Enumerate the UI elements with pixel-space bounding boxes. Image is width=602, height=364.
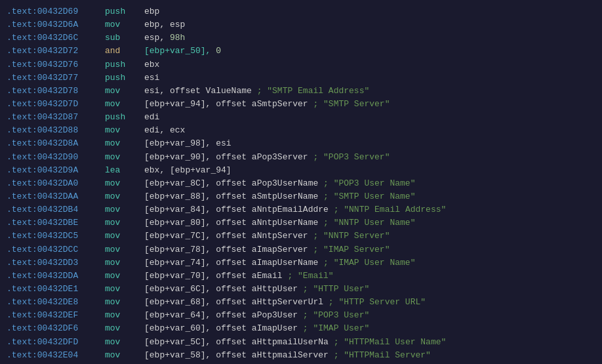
address-cell: .text:00432D78 — [7, 85, 92, 98]
address-cell: .text:00432D6A — [7, 18, 92, 31]
operands-cell: ebp — [144, 5, 595, 18]
mnemonic-cell: mov — [92, 230, 144, 243]
table-row: .text:00432D72and[ebp+var_50], 0 — [0, 45, 602, 58]
mnemonic-cell: mov — [92, 190, 144, 203]
table-row: .text:00432D7Dmov[ebp+var_94], offset aS… — [0, 98, 602, 111]
address-cell: .text:00432DAA — [7, 190, 92, 203]
operand-comment: ; "IMAP Server" — [308, 245, 390, 254]
address-cell: .text:00432DD3 — [7, 256, 92, 270]
address-cell: .text:00432DB4 — [7, 203, 92, 216]
mnemonic-cell: mov — [92, 203, 144, 216]
address-cell: .text:00432DE1 — [7, 283, 92, 296]
address-cell: .text:00432D6C — [7, 31, 92, 45]
operand-register: edi — [144, 112, 159, 122]
table-row: .text:00432DB4mov[ebp+var_84], offset aN… — [0, 203, 602, 216]
operands-cell: [ebp+var_88], offset aSmtpUserName ; "SM… — [144, 190, 595, 203]
address-cell: .text:00432DA0 — [7, 177, 92, 190]
table-row: .text:00432DCCmov[ebp+var_78], offset aI… — [0, 243, 602, 256]
operand-comment: ; "POP3 User" — [298, 310, 369, 320]
operand-register: ebp, esp — [144, 20, 185, 30]
operand-register: ebp — [144, 7, 159, 16]
mnemonic-cell: mov — [92, 137, 144, 150]
address-cell: .text:00432D90 — [7, 151, 92, 164]
mnemonic-cell: mov — [92, 349, 144, 362]
operands-cell: edi, ecx — [144, 124, 595, 137]
operand-comment: ; "SMTP User Name" — [318, 192, 415, 201]
address-cell: .text:00432D9A — [7, 164, 92, 177]
table-row: .text:00432D69pushebp — [0, 5, 602, 18]
mnemonic-cell: mov — [92, 270, 144, 283]
operands-cell: [ebp+var_80], offset aNntpUserName ; "NN… — [144, 216, 595, 230]
table-row: .text:00432D6Csubesp, 98h — [0, 31, 602, 45]
operand-register: ebx — [144, 60, 159, 70]
operands-cell: [ebp+var_7C], offset aNntpServer ; "NNTP… — [144, 230, 595, 243]
table-row: .text:00432D90mov[ebp+var_90], offset aP… — [0, 151, 602, 164]
operand-register: edi, ecx — [144, 125, 185, 135]
address-cell: .text:00432DF6 — [7, 322, 92, 335]
address-cell: .text:00432DE8 — [7, 296, 92, 309]
operands-cell: [ebp+var_64], offset aPop3User ; "POP3 U… — [144, 309, 595, 322]
address-cell: .text:00432DC5 — [7, 230, 92, 243]
operands-cell: ebp, esp — [144, 18, 595, 31]
operand-register: [ebp+var_80], offset aNntpUserName — [144, 218, 318, 228]
operands-cell: ebx, [ebp+var_94] — [144, 164, 595, 177]
operand-register: [ebp+var_74], offset aImapUserName — [144, 258, 318, 268]
operand-register: [ebp+var_94], offset aSmtpServer — [144, 99, 308, 109]
table-row: .text:00432DE1mov[ebp+var_6C], offset aH… — [0, 283, 602, 296]
address-cell: .text:00432D7D — [7, 98, 92, 111]
table-row: .text:00432DDAmov[ebp+var_70], offset aE… — [0, 270, 602, 283]
operand-register: [ebp+var_64], offset aPop3User — [144, 310, 298, 320]
operand-register: esi — [144, 73, 159, 83]
mnemonic-cell: mov — [92, 243, 144, 256]
operand-register: [ebp+var_5C], offset aHttpmailUserNa — [144, 337, 329, 347]
operands-cell: [ebp+var_74], offset aImapUserName ; "IM… — [144, 256, 595, 270]
operand-comment: ; "POP3 Server" — [308, 152, 390, 162]
operands-cell: [ebp+var_58], offset aHttpmailServer ; "… — [144, 349, 595, 362]
mnemonic-cell: mov — [92, 283, 144, 296]
mnemonic-cell: mov — [92, 18, 144, 31]
address-cell: .text:00432D87 — [7, 111, 92, 124]
operand-register: ebx, [ebp+var_94] — [144, 165, 231, 175]
address-cell: .text:00432D76 — [7, 58, 92, 71]
operand-comment: ; "SMTP Server" — [308, 99, 390, 109]
operands-cell: [ebp+var_90], offset aPop3Server ; "POP3… — [144, 151, 595, 164]
mnemonic-cell: push — [92, 71, 144, 85]
operand-comment: ; "HTTP User" — [298, 284, 369, 294]
table-row: .text:00432DE8mov[ebp+var_68], offset aH… — [0, 296, 602, 309]
mnemonic-cell: mov — [92, 296, 144, 309]
operands-cell: [ebp+var_94], offset aSmtpServer ; "SMTP… — [144, 98, 595, 111]
table-row: .text:00432D76pushebx — [0, 58, 602, 71]
table-row: .text:00432D77pushesi — [0, 71, 602, 85]
mnemonic-cell: mov — [92, 216, 144, 230]
operand-register: [ebp+var_8C], offset aPop3UserName — [144, 178, 318, 188]
address-cell: .text:00432D88 — [7, 124, 92, 137]
operand-register: [ebp+var_88], offset aSmtpUserName — [144, 192, 318, 201]
table-row: .text:00432E04mov[ebp+var_58], offset aH… — [0, 349, 602, 362]
operands-cell: [ebp+var_6C], offset aHttpUser ; "HTTP U… — [144, 283, 595, 296]
operand-comment: ; "HTTP Server URL" — [323, 297, 426, 307]
address-cell: .text:00432D8A — [7, 137, 92, 150]
address-cell: .text:00432DDA — [7, 270, 92, 283]
table-row: .text:00432D78movesi, offset ValueName ;… — [0, 85, 602, 98]
operand-comment: ; "NNTP Email Address" — [329, 205, 446, 214]
table-row: .text:00432D6Amovebp, esp — [0, 18, 602, 31]
operand-register: [ebp+var_78], offset aImapServer — [144, 245, 308, 254]
mnemonic-cell: push — [92, 111, 144, 124]
table-row: .text:00432D9Aleaebx, [ebp+var_94] — [0, 164, 602, 177]
mnemonic-cell: mov — [92, 309, 144, 322]
table-row: .text:00432DAAmov[ebp+var_88], offset aS… — [0, 190, 602, 203]
address-cell: .text:00432DCC — [7, 243, 92, 256]
address-cell: .text:00432D72 — [7, 45, 92, 58]
mnemonic-cell: mov — [92, 151, 144, 164]
address-cell: .text:00432DFD — [7, 336, 92, 349]
operands-cell: esi, offset ValueName ; "SMTP Email Addr… — [144, 85, 595, 98]
operand-register: esi, offset ValueName — [144, 86, 252, 96]
operands-cell: [ebp+var_78], offset aImapServer ; "IMAP… — [144, 243, 595, 256]
table-row: .text:00432D87pushedi — [0, 111, 602, 124]
table-row: .text:00432DBEmov[ebp+var_80], offset aN… — [0, 216, 602, 230]
operand-register: [ebp+var_98], esi — [144, 138, 231, 148]
operand-comment: ; "NNTP Server" — [308, 231, 390, 241]
operand-register: esp, — [144, 33, 170, 43]
operand-register: [ebp+var_7C], offset aNntpServer — [144, 231, 308, 241]
mnemonic-cell: lea — [92, 164, 144, 177]
